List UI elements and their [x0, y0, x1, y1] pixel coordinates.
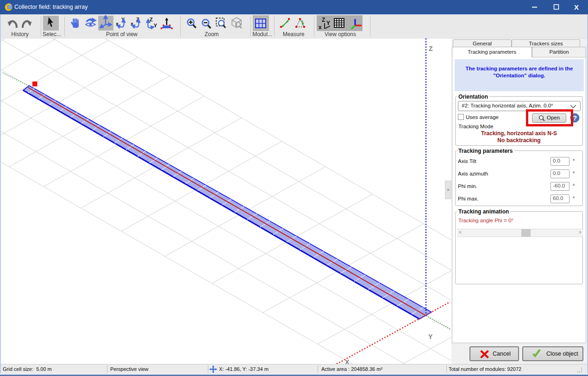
svg-text:Z: Z	[322, 18, 325, 23]
svg-text:Y: Y	[154, 23, 157, 28]
svg-text:?: ?	[573, 114, 577, 122]
svg-text:Z: Z	[150, 17, 153, 22]
svg-text:Y: Y	[326, 20, 330, 26]
svg-text:Y: Y	[428, 333, 433, 340]
svg-text:X: X	[574, 3, 579, 11]
svg-text:x: x	[319, 24, 322, 30]
svg-text:Z: Z	[429, 45, 433, 52]
svg-text:X: X	[345, 358, 350, 364]
